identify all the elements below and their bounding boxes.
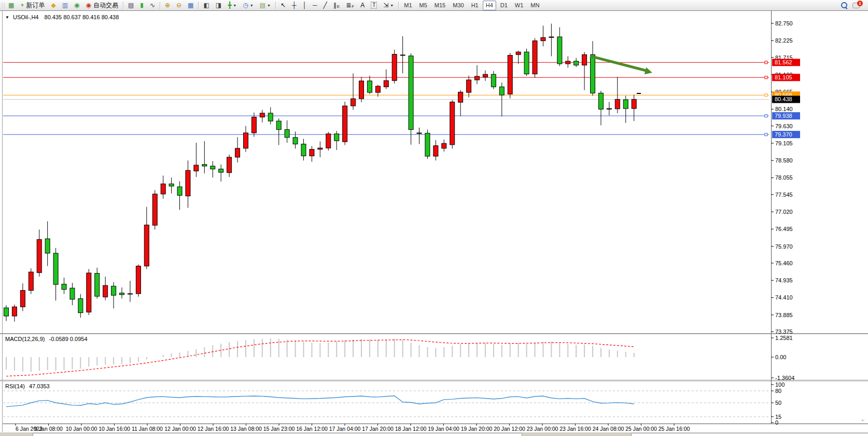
chart-ohlc-title[interactable]: ▼ USOil-,H4 80.435 80.637 80.416 80.438 <box>5 14 119 20</box>
candle-body <box>177 187 182 195</box>
macd-tick-label: -1.3604 <box>775 375 794 381</box>
toolbar: ┊┊ ▦+新订单◆▥◉◉自动交易▤▮∿⊕⊖▦◧◨╋▼◷▼▤▼↖┼│─╱∥E≣FA… <box>0 0 868 11</box>
toolbar-separator <box>198 2 199 9</box>
price-tick-label: 82.750 <box>775 20 793 26</box>
market-watch-icon: ◆ <box>51 1 55 10</box>
chat-icon[interactable]: 1 <box>852 2 861 9</box>
macd-name: MACD(12,26,9) <box>5 336 45 342</box>
line-chart-button[interactable]: ∿ <box>147 1 158 10</box>
timeframe-h1-button[interactable]: H1 <box>468 1 482 10</box>
support-line-2-handle[interactable] <box>765 133 767 136</box>
date-tick-label: 12 Jan 00:00 <box>164 426 196 432</box>
arrows-tool-button[interactable]: ⇲▼ <box>381 1 396 10</box>
fibonacci-icon: ≣ <box>346 1 351 10</box>
macd-indicator-label: MACD(12,26,9) -0.0589 0.0954 <box>5 336 88 342</box>
chart-dropdown-icon[interactable]: ▼ <box>5 15 9 20</box>
market-watch-button[interactable]: ◆ <box>48 1 58 10</box>
line-chart-icon: ∿ <box>150 1 155 10</box>
new-chart-button[interactable]: ▦ <box>6 1 17 10</box>
chevron-down-icon[interactable]: ▼ <box>250 4 254 7</box>
resistance-line-1-handle[interactable] <box>765 61 767 64</box>
chevron-down-icon[interactable]: ▼ <box>267 4 271 7</box>
equidistant-channel-button[interactable]: ∥E <box>331 1 342 10</box>
rsi-name: RSI(14) <box>5 383 25 389</box>
crosshair-button[interactable]: ┼ <box>289 1 299 10</box>
pivot-line-handle[interactable] <box>765 94 767 97</box>
candle-body <box>615 99 620 108</box>
candle-body <box>367 81 372 92</box>
bottom-docked-panels <box>0 432 868 436</box>
candle-body <box>417 133 422 133</box>
vertical-line-button[interactable]: │ <box>300 1 310 10</box>
candle-body <box>276 121 281 129</box>
chart-shift-button[interactable]: ◨ <box>213 1 224 10</box>
support-line-1-handle[interactable] <box>765 115 767 117</box>
candle-body <box>574 61 579 65</box>
chevron-down-icon[interactable]: ▼ <box>390 4 394 7</box>
timeframe-m1-button[interactable]: M1 <box>401 1 415 10</box>
tile-windows-button[interactable]: ▦ <box>185 1 196 10</box>
docked-panel-left[interactable] <box>33 433 522 436</box>
navigator-button[interactable]: ◉ <box>72 1 82 10</box>
price-tick-label: 74.410 <box>775 294 793 301</box>
horizontal-line-button[interactable]: ─ <box>310 1 320 10</box>
timeframe-m5-button[interactable]: M5 <box>416 1 430 10</box>
auto-scroll-button[interactable]: ◧ <box>201 1 212 10</box>
candlestick-chart-button[interactable]: ▮ <box>137 1 146 10</box>
timeframe-m15-button[interactable]: M15 <box>431 1 449 10</box>
candle-body <box>235 148 240 157</box>
price-tick-label: 73.375 <box>775 329 793 335</box>
auto-trading-button[interactable]: ◉自动交易 <box>83 1 120 10</box>
horizontal-line-icon: ─ <box>313 1 317 10</box>
fibonacci-button[interactable]: ≣F <box>343 1 357 10</box>
toolbar-separator <box>275 2 276 9</box>
resistance-line-2-handle[interactable] <box>765 76 767 79</box>
candle-body <box>152 194 157 225</box>
candle-body <box>425 133 430 156</box>
toolbar-separator <box>398 2 399 9</box>
arrows-tool-icon: ⇲ <box>383 1 388 10</box>
date-tick-label: 12 Jan 16:00 <box>198 426 229 432</box>
docked-panel-right[interactable] <box>631 433 868 436</box>
templates-icon: ▤ <box>260 1 265 10</box>
candle-body <box>260 113 264 117</box>
new-order-button[interactable]: +新订单 <box>18 1 47 10</box>
date-tick-label: 17 Jan 20:00 <box>362 426 394 432</box>
new-order-label: 新订单 <box>26 1 45 10</box>
date-tick-label: 18 Jan 12:00 <box>395 426 427 432</box>
cursor-icon: ↖ <box>281 1 286 10</box>
timeframe-d1-button[interactable]: D1 <box>497 1 511 10</box>
rsi-indicator-label: RSI(14) 47.0353 <box>5 383 50 389</box>
new-chart-icon: ▦ <box>8 1 14 10</box>
macd-tick-label: 1.2581 <box>775 335 793 341</box>
bar-chart-button[interactable]: ▤ <box>125 1 136 10</box>
candle-body <box>326 134 331 148</box>
data-window-button[interactable]: ▥ <box>60 1 71 10</box>
candle-body <box>400 55 405 56</box>
text-label-button[interactable]: T <box>368 1 380 10</box>
date-tick-label: 19 Jan 20:00 <box>461 426 493 432</box>
zoom-in-button[interactable]: ⊕ <box>162 1 173 10</box>
trendline-button[interactable]: ╱ <box>321 1 330 10</box>
search-icon[interactable] <box>841 2 847 8</box>
chevron-down-icon[interactable]: ▼ <box>233 4 236 7</box>
text-button[interactable]: A <box>358 1 367 10</box>
candle-body <box>392 55 397 81</box>
zoom-out-button[interactable]: ⊖ <box>174 1 184 10</box>
timeframe-mn-button[interactable]: MN <box>527 1 542 10</box>
timeframe-w1-button[interactable]: W1 <box>512 1 527 10</box>
candle-body <box>508 55 512 94</box>
timeframe-m30-button[interactable]: M30 <box>450 1 467 10</box>
candle-body <box>458 92 463 102</box>
candle-body <box>53 253 58 284</box>
candle-body <box>29 272 33 290</box>
periods-button[interactable]: ◷▼ <box>240 1 256 10</box>
timeframe-h4-button[interactable]: H4 <box>483 1 496 10</box>
price-tick-label: 75.460 <box>775 260 793 266</box>
toolbar-drag-handle: ┊┊ <box>1 3 5 8</box>
indicators-button[interactable]: ╋▼ <box>225 1 239 10</box>
templates-button[interactable]: ▤▼ <box>257 1 273 10</box>
candle-body <box>351 99 356 106</box>
cursor-button[interactable]: ↖ <box>278 1 288 10</box>
candle-body <box>549 37 554 37</box>
